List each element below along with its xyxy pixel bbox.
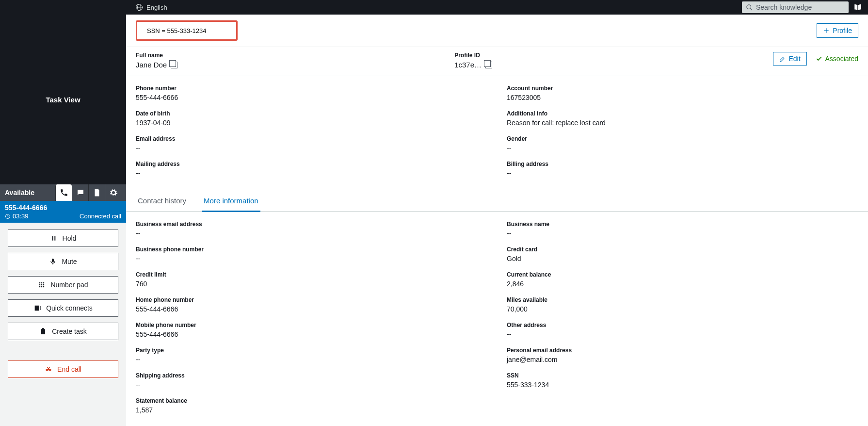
quick-connects-button[interactable]: Quick connects [8,299,118,317]
svg-point-11 [39,286,41,288]
contacts-icon [33,304,41,312]
profile-actions: Edit Associated [773,52,858,66]
svg-rect-4 [54,236,55,240]
globe-icon [136,4,143,11]
main-content: Profile Full name Jane Doe Profile ID 1c… [126,15,868,426]
active-call-bar: 555-444-6666 03:39 Connected call [0,201,126,223]
call-controls: Hold Mute Number pad Quick connects Crea… [0,223,126,426]
svg-point-0 [747,4,751,9]
profile-search-row: Profile [126,15,868,47]
copy-icon[interactable] [171,62,177,68]
svg-point-6 [41,282,43,284]
dialpad-icon [38,281,46,289]
agent-status-bar: Available [0,184,126,201]
clipboard-icon [39,328,47,335]
create-task-button[interactable]: Create task [8,323,118,340]
field-profileid: Profile ID 1c37e… [454,52,763,69]
clock-icon [5,213,11,219]
knowledge-search-input[interactable]: Search knowledge [742,1,849,13]
pencil-icon [779,56,786,62]
chat-channel-tab[interactable] [72,184,88,201]
svg-point-12 [41,286,43,288]
svg-point-10 [43,284,45,286]
svg-point-13 [43,286,45,288]
hold-button[interactable]: Hold [8,229,118,247]
hangup-icon [45,365,52,373]
task-view-label: Task View [0,15,126,184]
profile-search-field[interactable] [147,27,228,34]
check-icon [816,55,822,62]
task-channel-tab[interactable] [88,184,105,201]
svg-point-5 [39,282,41,284]
field-fullname: Full name Jane Doe [136,52,445,69]
agent-side-panel: Task View Available 555-444-6666 03:39 [0,15,126,426]
mic-icon [49,258,57,265]
profile-tabs: Contact history More information [126,192,868,212]
number-pad-button[interactable]: Number pad [8,276,118,294]
agent-status[interactable]: Available [5,189,34,197]
search-placeholder: Search knowledge [756,3,812,11]
mute-button[interactable]: Mute [8,253,118,270]
settings-tab[interactable] [105,184,121,201]
profile-search-input[interactable] [139,24,234,37]
more-information-section: Business email address-- Business name--… [126,212,868,423]
call-duration: 03:39 [5,213,29,220]
tab-more-information[interactable]: More information [202,192,260,212]
language-selector[interactable]: English [136,4,167,11]
call-state: Connected call [80,213,121,220]
associated-badge: Associated [816,55,858,63]
knowledge-icon[interactable] [853,3,862,12]
end-call-button[interactable]: End call [8,360,118,378]
svg-rect-3 [52,236,53,240]
svg-point-9 [41,284,43,286]
voice-channel-tab[interactable] [55,184,72,201]
edit-button[interactable]: Edit [773,52,806,66]
plus-icon [823,27,830,34]
svg-line-1 [750,8,752,10]
language-label: English [146,4,167,11]
add-profile-button[interactable]: Profile [817,23,858,38]
svg-point-7 [43,282,45,284]
caller-number: 555-444-6666 [5,204,47,212]
profile-header: Full name Jane Doe Profile ID 1c37e… Edi… [126,47,868,76]
copy-icon[interactable] [485,62,492,68]
profile-details: Phone number555-444-6666 Account number1… [126,76,868,192]
pause-icon [50,234,58,242]
search-icon [746,4,753,11]
profile-search-highlight [136,20,238,41]
top-header: English Search knowledge [0,0,868,15]
svg-point-8 [39,284,41,286]
tab-contact-history[interactable]: Contact history [136,192,188,212]
